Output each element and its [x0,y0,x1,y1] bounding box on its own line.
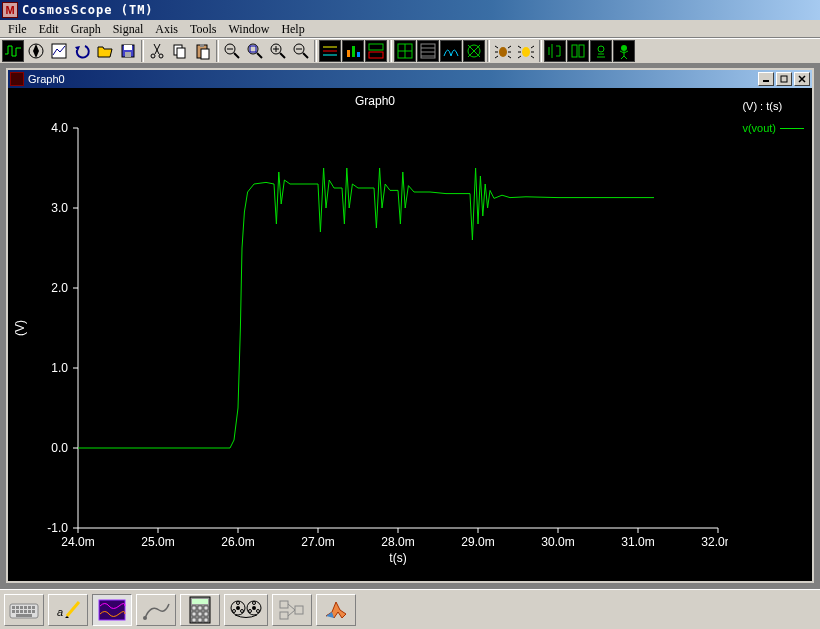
calc-icon[interactable] [180,594,220,626]
compass-icon[interactable] [25,40,47,62]
pencil-icon[interactable]: a [48,594,88,626]
svg-rect-88 [204,612,208,616]
matlab-icon[interactable] [316,594,356,626]
menu-window[interactable]: Window [223,20,276,37]
svg-rect-3 [124,45,132,50]
scope-b-icon[interactable] [417,40,439,62]
svg-rect-31 [781,76,787,82]
svg-point-95 [252,606,256,610]
svg-text:4.0: 4.0 [51,121,68,135]
svg-rect-73 [20,610,23,613]
svg-rect-77 [16,614,32,617]
plot-c-icon[interactable] [365,40,387,62]
save-icon[interactable] [117,40,139,62]
svg-rect-28 [579,45,584,57]
separator [539,40,542,62]
panel-a-icon[interactable] [544,40,566,62]
legend-line-sample [780,128,804,129]
scope-c-icon[interactable] [440,40,462,62]
svg-rect-70 [32,606,35,609]
svg-rect-66 [16,606,19,609]
menu-tools[interactable]: Tools [184,20,223,37]
menu-signal[interactable]: Signal [107,20,150,37]
svg-rect-8 [177,48,185,58]
panel-d-icon[interactable] [613,40,635,62]
zoom-out-icon[interactable] [290,40,312,62]
svg-rect-18 [352,46,355,57]
keyboard-icon[interactable] [4,594,44,626]
svg-rect-76 [32,610,35,613]
probe-icon[interactable] [136,594,176,626]
svg-text:26.0m: 26.0m [221,535,254,549]
legend-signal-label: v(vout) [742,122,776,134]
minimize-button[interactable] [758,72,774,86]
svg-rect-75 [28,610,31,613]
svg-rect-67 [20,606,23,609]
graph-icon[interactable] [48,40,70,62]
menu-file[interactable]: File [2,20,33,37]
plot-svg: -1.00.01.02.03.04.024.0m25.0m26.0m27.0m2… [8,108,728,588]
maximize-button[interactable] [776,72,792,86]
svg-point-80 [143,616,147,620]
plot-area[interactable]: Graph0 (V) : t(s) v(vout) -1.00.01.02.03… [8,88,812,581]
menu-edit[interactable]: Edit [33,20,65,37]
legend: (V) : t(s) v(vout) [742,100,804,134]
svg-rect-83 [192,606,196,610]
menu-axis[interactable]: Axis [149,20,184,37]
zoom-fit-icon[interactable] [244,40,266,62]
legend-signal[interactable]: v(vout) [742,122,804,134]
svg-point-94 [236,606,240,610]
panel-b-icon[interactable] [567,40,589,62]
svg-rect-91 [204,618,208,622]
separator [216,40,219,62]
svg-rect-84 [198,606,202,610]
waveform-icon[interactable] [2,40,24,62]
open-icon[interactable] [94,40,116,62]
close-button[interactable] [794,72,810,86]
plot-b-icon[interactable] [342,40,364,62]
svg-point-101 [257,609,260,612]
svg-rect-86 [192,612,196,616]
menu-help[interactable]: Help [275,20,310,37]
menu-graph[interactable]: Graph [65,20,107,37]
svg-rect-19 [357,52,360,57]
plot-a-icon[interactable] [319,40,341,62]
svg-rect-65 [12,606,15,609]
separator [487,40,490,62]
svg-rect-21 [369,52,383,58]
svg-text:t(s): t(s) [389,551,406,565]
paste-icon[interactable] [192,40,214,62]
svg-text:2.0: 2.0 [51,281,68,295]
svg-rect-20 [369,44,383,50]
zoom-in-x-icon[interactable] [221,40,243,62]
svg-point-98 [241,609,244,612]
svg-rect-103 [280,612,288,619]
svg-text:-1.0: -1.0 [47,521,68,535]
cut-icon[interactable] [146,40,168,62]
scope-d-icon[interactable] [463,40,485,62]
plot-title: Graph0 [8,94,742,108]
svg-point-6 [159,54,163,58]
undo-icon[interactable] [71,40,93,62]
svg-rect-10 [200,44,204,47]
bug-a-icon[interactable] [492,40,514,62]
svg-text:30.0m: 30.0m [541,535,574,549]
mdi-area: Graph0 Graph0 (V) : t(s) v(vout) -1.00.0… [0,64,820,589]
svg-rect-72 [16,610,19,613]
scope-a-icon[interactable] [394,40,416,62]
child-title: Graph0 [28,73,65,85]
svg-text:0.0: 0.0 [51,441,68,455]
bug-b-icon[interactable] [515,40,537,62]
panel-c-icon[interactable] [590,40,612,62]
diagram-icon[interactable] [272,594,312,626]
svg-point-100 [249,609,252,612]
reel-icon[interactable] [224,594,268,626]
svg-text:29.0m: 29.0m [461,535,494,549]
svg-rect-102 [280,601,288,608]
zoom-in-icon[interactable] [267,40,289,62]
svg-rect-4 [125,52,131,57]
svg-text:25.0m: 25.0m [141,535,174,549]
svg-text:a: a [57,606,63,618]
copy-icon[interactable] [169,40,191,62]
scope-icon[interactable] [92,594,132,626]
